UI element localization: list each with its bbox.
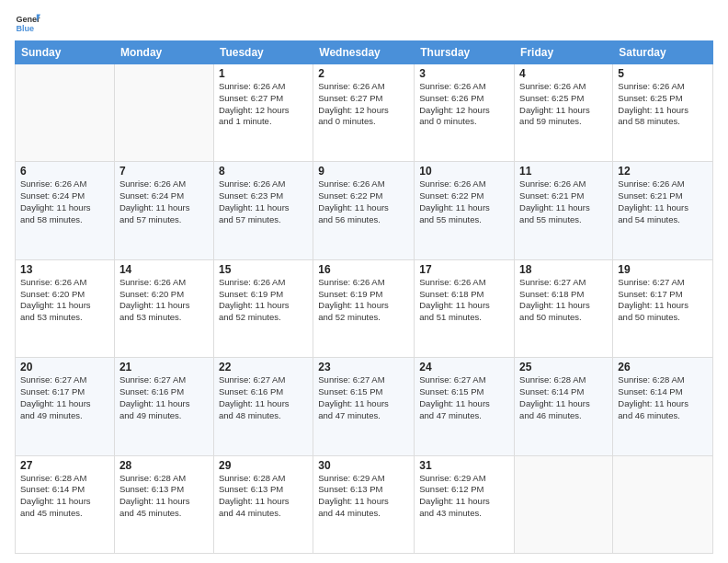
day-cell: 21Sunrise: 6:27 AM Sunset: 6:16 PM Dayli… bbox=[114, 358, 213, 455]
day-number: 8 bbox=[219, 165, 308, 178]
day-cell: 6Sunrise: 6:26 AM Sunset: 6:24 PM Daylig… bbox=[16, 162, 115, 259]
day-cell: 5Sunrise: 6:26 AM Sunset: 6:25 PM Daylig… bbox=[613, 64, 713, 162]
weekday-header: Monday bbox=[114, 41, 213, 64]
weekday-header: Saturday bbox=[613, 41, 713, 64]
day-info: Sunrise: 6:27 AM Sunset: 6:18 PM Dayligh… bbox=[519, 277, 608, 324]
weekday-header: Friday bbox=[515, 41, 613, 64]
day-info: Sunrise: 6:26 AM Sunset: 6:26 PM Dayligh… bbox=[419, 81, 509, 128]
day-number: 7 bbox=[119, 165, 209, 178]
day-number: 2 bbox=[318, 67, 409, 80]
day-info: Sunrise: 6:28 AM Sunset: 6:14 PM Dayligh… bbox=[20, 473, 109, 520]
logo: General Blue bbox=[15, 9, 42, 35]
day-number: 23 bbox=[318, 361, 409, 373]
day-cell: 22Sunrise: 6:27 AM Sunset: 6:16 PM Dayli… bbox=[213, 358, 313, 455]
day-info: Sunrise: 6:27 AM Sunset: 6:17 PM Dayligh… bbox=[618, 277, 708, 324]
day-number: 29 bbox=[219, 459, 308, 472]
week-row: 20Sunrise: 6:27 AM Sunset: 6:17 PM Dayli… bbox=[16, 358, 713, 455]
day-cell bbox=[613, 455, 713, 553]
day-number: 5 bbox=[618, 67, 708, 80]
week-row: 27Sunrise: 6:28 AM Sunset: 6:14 PM Dayli… bbox=[16, 455, 713, 553]
day-cell bbox=[515, 455, 613, 553]
day-number: 9 bbox=[318, 165, 409, 178]
day-info: Sunrise: 6:26 AM Sunset: 6:22 PM Dayligh… bbox=[419, 178, 509, 225]
day-cell: 17Sunrise: 6:26 AM Sunset: 6:18 PM Dayli… bbox=[415, 259, 515, 357]
day-number: 22 bbox=[219, 361, 308, 373]
week-row: 13Sunrise: 6:26 AM Sunset: 6:20 PM Dayli… bbox=[16, 259, 713, 357]
day-cell: 18Sunrise: 6:27 AM Sunset: 6:18 PM Dayli… bbox=[515, 259, 613, 357]
day-info: Sunrise: 6:27 AM Sunset: 6:17 PM Dayligh… bbox=[20, 374, 109, 421]
week-row: 6Sunrise: 6:26 AM Sunset: 6:24 PM Daylig… bbox=[16, 162, 713, 259]
day-cell bbox=[16, 64, 115, 162]
day-info: Sunrise: 6:28 AM Sunset: 6:13 PM Dayligh… bbox=[219, 473, 308, 520]
day-cell: 27Sunrise: 6:28 AM Sunset: 6:14 PM Dayli… bbox=[16, 455, 115, 553]
day-info: Sunrise: 6:26 AM Sunset: 6:18 PM Dayligh… bbox=[419, 277, 509, 324]
day-number: 28 bbox=[119, 459, 209, 472]
day-number: 21 bbox=[119, 361, 209, 373]
day-cell: 20Sunrise: 6:27 AM Sunset: 6:17 PM Dayli… bbox=[16, 358, 115, 455]
day-info: Sunrise: 6:26 AM Sunset: 6:27 PM Dayligh… bbox=[318, 81, 409, 128]
day-number: 20 bbox=[20, 361, 109, 373]
day-number: 10 bbox=[419, 165, 509, 178]
weekday-header: Thursday bbox=[415, 41, 515, 64]
day-cell bbox=[114, 64, 213, 162]
day-cell: 7Sunrise: 6:26 AM Sunset: 6:24 PM Daylig… bbox=[114, 162, 213, 259]
calendar: SundayMondayTuesdayWednesdayThursdayFrid… bbox=[15, 40, 713, 554]
day-number: 3 bbox=[419, 67, 509, 80]
day-info: Sunrise: 6:28 AM Sunset: 6:14 PM Dayligh… bbox=[618, 374, 708, 421]
day-cell: 28Sunrise: 6:28 AM Sunset: 6:13 PM Dayli… bbox=[114, 455, 213, 553]
day-number: 12 bbox=[618, 165, 708, 178]
day-info: Sunrise: 6:29 AM Sunset: 6:13 PM Dayligh… bbox=[318, 473, 409, 520]
day-number: 6 bbox=[20, 165, 109, 178]
day-cell: 10Sunrise: 6:26 AM Sunset: 6:22 PM Dayli… bbox=[415, 162, 515, 259]
day-cell: 4Sunrise: 6:26 AM Sunset: 6:25 PM Daylig… bbox=[515, 64, 613, 162]
day-cell: 29Sunrise: 6:28 AM Sunset: 6:13 PM Dayli… bbox=[213, 455, 313, 553]
logo-icon: General Blue bbox=[15, 9, 40, 35]
day-info: Sunrise: 6:26 AM Sunset: 6:19 PM Dayligh… bbox=[219, 277, 308, 324]
day-number: 11 bbox=[519, 165, 608, 178]
day-number: 30 bbox=[318, 459, 409, 472]
day-cell: 9Sunrise: 6:26 AM Sunset: 6:22 PM Daylig… bbox=[313, 162, 415, 259]
day-cell: 8Sunrise: 6:26 AM Sunset: 6:23 PM Daylig… bbox=[213, 162, 313, 259]
day-number: 18 bbox=[519, 263, 608, 276]
day-cell: 3Sunrise: 6:26 AM Sunset: 6:26 PM Daylig… bbox=[415, 64, 515, 162]
day-info: Sunrise: 6:26 AM Sunset: 6:20 PM Dayligh… bbox=[20, 277, 109, 324]
weekday-header-row: SundayMondayTuesdayWednesdayThursdayFrid… bbox=[16, 41, 713, 64]
day-cell: 13Sunrise: 6:26 AM Sunset: 6:20 PM Dayli… bbox=[16, 259, 115, 357]
day-number: 16 bbox=[318, 263, 409, 276]
svg-text:Blue: Blue bbox=[16, 24, 34, 33]
day-info: Sunrise: 6:26 AM Sunset: 6:23 PM Dayligh… bbox=[219, 178, 308, 225]
day-number: 24 bbox=[419, 361, 509, 373]
day-info: Sunrise: 6:26 AM Sunset: 6:27 PM Dayligh… bbox=[219, 81, 308, 128]
day-number: 13 bbox=[20, 263, 109, 276]
day-number: 1 bbox=[219, 67, 308, 80]
day-cell: 14Sunrise: 6:26 AM Sunset: 6:20 PM Dayli… bbox=[114, 259, 213, 357]
day-cell: 12Sunrise: 6:26 AM Sunset: 6:21 PM Dayli… bbox=[613, 162, 713, 259]
day-info: Sunrise: 6:27 AM Sunset: 6:16 PM Dayligh… bbox=[119, 374, 209, 421]
day-cell: 15Sunrise: 6:26 AM Sunset: 6:19 PM Dayli… bbox=[213, 259, 313, 357]
day-info: Sunrise: 6:26 AM Sunset: 6:21 PM Dayligh… bbox=[519, 178, 608, 225]
day-info: Sunrise: 6:28 AM Sunset: 6:13 PM Dayligh… bbox=[119, 473, 209, 520]
weekday-header: Sunday bbox=[16, 41, 115, 64]
day-cell: 24Sunrise: 6:27 AM Sunset: 6:15 PM Dayli… bbox=[415, 358, 515, 455]
day-cell: 31Sunrise: 6:29 AM Sunset: 6:12 PM Dayli… bbox=[415, 455, 515, 553]
day-number: 15 bbox=[219, 263, 308, 276]
day-cell: 26Sunrise: 6:28 AM Sunset: 6:14 PM Dayli… bbox=[613, 358, 713, 455]
day-number: 19 bbox=[618, 263, 708, 276]
day-info: Sunrise: 6:26 AM Sunset: 6:25 PM Dayligh… bbox=[618, 81, 708, 128]
week-row: 1Sunrise: 6:26 AM Sunset: 6:27 PM Daylig… bbox=[16, 64, 713, 162]
day-cell: 1Sunrise: 6:26 AM Sunset: 6:27 PM Daylig… bbox=[213, 64, 313, 162]
day-info: Sunrise: 6:27 AM Sunset: 6:15 PM Dayligh… bbox=[318, 374, 409, 421]
page: General Blue SundayMondayTuesdayWednesda… bbox=[0, 0, 728, 563]
day-cell: 19Sunrise: 6:27 AM Sunset: 6:17 PM Dayli… bbox=[613, 259, 713, 357]
header: General Blue bbox=[15, 9, 713, 35]
day-info: Sunrise: 6:26 AM Sunset: 6:19 PM Dayligh… bbox=[318, 277, 409, 324]
day-info: Sunrise: 6:29 AM Sunset: 6:12 PM Dayligh… bbox=[419, 473, 509, 520]
weekday-header: Wednesday bbox=[313, 41, 415, 64]
day-cell: 16Sunrise: 6:26 AM Sunset: 6:19 PM Dayli… bbox=[313, 259, 415, 357]
day-info: Sunrise: 6:26 AM Sunset: 6:22 PM Dayligh… bbox=[318, 178, 409, 225]
day-info: Sunrise: 6:26 AM Sunset: 6:25 PM Dayligh… bbox=[519, 81, 608, 128]
day-info: Sunrise: 6:28 AM Sunset: 6:14 PM Dayligh… bbox=[519, 374, 608, 421]
day-number: 4 bbox=[519, 67, 608, 80]
day-cell: 2Sunrise: 6:26 AM Sunset: 6:27 PM Daylig… bbox=[313, 64, 415, 162]
day-cell: 25Sunrise: 6:28 AM Sunset: 6:14 PM Dayli… bbox=[515, 358, 613, 455]
